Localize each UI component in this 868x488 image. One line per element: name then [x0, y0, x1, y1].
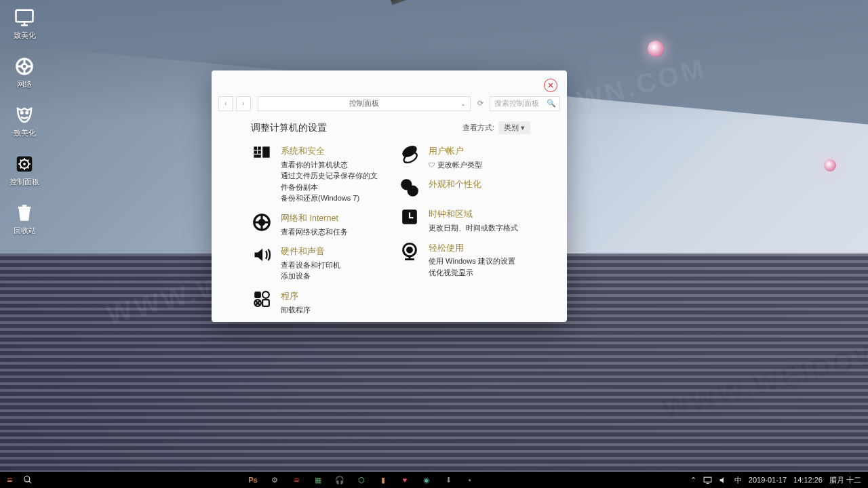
tray-date[interactable]: 2019-01-17: [749, 476, 787, 484]
system-security-icon: [251, 145, 273, 167]
desktop-icons: 致美化 网络 致美化 控制面板 回收站: [5, 7, 43, 236]
desktop-icon-label: 回收站: [14, 226, 36, 236]
taskbar-app-audio[interactable]: 🎧: [335, 475, 344, 485]
gear-icon: [14, 153, 35, 175]
tray-time[interactable]: 14:12:26: [793, 476, 823, 484]
svg-point-29: [262, 291, 269, 298]
category-title[interactable]: 程序: [281, 290, 311, 303]
tray-expand[interactable]: ⌃: [690, 476, 696, 485]
view-mode-select[interactable]: 类别 ▾: [498, 121, 530, 134]
svg-rect-19: [258, 150, 261, 154]
svg-rect-43: [704, 477, 711, 482]
network-icon: [14, 56, 35, 77]
category-title[interactable]: 轻松使用: [429, 242, 515, 255]
svg-rect-30: [262, 300, 269, 306]
taskbar-apps: Ps ⚙ ≋ ▦ 🎧 ⬡ ▮ ♥ ◉ ⬇ ▪: [33, 475, 690, 485]
svg-rect-0: [16, 10, 33, 22]
category-title[interactable]: 时钟和区域: [429, 208, 518, 221]
desktop-icon-network[interactable]: 网络: [5, 56, 43, 89]
tray-network-icon[interactable]: [703, 476, 712, 485]
taskbar-app-files[interactable]: ▦: [313, 475, 323, 485]
control-panel-window: ✕ ‹ › 控制面板 ⌄ ⟳ 搜索控制面板 🔍 调整计算机的设置 查看方式: 类…: [212, 70, 567, 322]
category-link[interactable]: 添加设备: [281, 270, 340, 282]
category-title[interactable]: 外观和个性化: [429, 178, 481, 191]
clock-region-icon: [399, 208, 420, 230]
svg-rect-17: [258, 146, 261, 150]
nav-forward-button[interactable]: ›: [236, 96, 251, 111]
desktop-icon-beautify-alt[interactable]: 致美化: [5, 104, 43, 138]
svg-point-13: [23, 163, 26, 165]
category-link[interactable]: 优化视觉显示: [429, 267, 515, 279]
user-accounts-icon: [399, 145, 420, 167]
search-button[interactable]: [23, 475, 33, 485]
hardware-sound-icon: [251, 245, 273, 267]
view-mode: 查看方式: 类别 ▾: [462, 121, 530, 134]
category-title[interactable]: 用户帐户: [429, 145, 482, 158]
monitor-icon: [14, 7, 35, 28]
svg-point-35: [408, 186, 418, 197]
search-icon: 🔍: [547, 99, 556, 108]
breadcrumb-text: 控制面板: [349, 98, 379, 108]
category-column-right: 用户帐户 🛡更改帐户类型 外观和个性化 时钟和区域 更改日期、时间或数字格式: [399, 145, 530, 315]
search-placeholder: 搜索控制面板: [494, 98, 539, 108]
taskbar-app-notes[interactable]: ▮: [378, 475, 388, 485]
svg-rect-18: [254, 150, 257, 154]
taskbar: ≡ Ps ⚙ ≋ ▦ 🎧 ⬡ ▮ ♥ ◉ ⬇ ▪ ⌃ 中 2019-01-17 …: [0, 472, 868, 488]
taskbar-app-camera[interactable]: ◉: [422, 475, 431, 485]
svg-point-10: [26, 112, 28, 114]
svg-point-41: [24, 476, 30, 482]
category-link[interactable]: 🛡更改帐户类型: [429, 159, 482, 171]
taskbar-app-shield[interactable]: ⬡: [357, 475, 366, 485]
desktop-icon-label: 网络: [17, 79, 32, 89]
tray-lunar: 腊月 十二: [829, 475, 861, 485]
desktop-icon-label: 致美化: [14, 30, 36, 41]
taskbar-app-network[interactable]: ≋: [292, 475, 301, 485]
svg-line-42: [29, 481, 31, 483]
page-heading: 调整计算机的设置: [251, 122, 327, 134]
svg-point-4: [22, 64, 27, 69]
nav-back-button[interactable]: ‹: [218, 96, 233, 111]
desktop-icon-control-panel[interactable]: 控制面板: [5, 153, 43, 187]
programs-icon: [251, 290, 273, 312]
category-link[interactable]: 卸载程序: [281, 304, 311, 316]
category-link[interactable]: 更改日期、时间或数字格式: [429, 222, 518, 234]
desktop-icon-recycle-bin[interactable]: 回收站: [5, 202, 43, 236]
taskbar-app-favorite[interactable]: ♥: [400, 475, 410, 485]
tray-ime[interactable]: 中: [734, 475, 742, 485]
svg-point-38: [408, 247, 412, 252]
tray-volume-icon[interactable]: [719, 476, 728, 485]
category-link[interactable]: 查看设备和打印机: [281, 260, 340, 271]
svg-point-9: [21, 112, 23, 114]
category-column-left: 系统和安全 查看你的计算机状态 通过文件历史记录保存你的文件备份副本 备份和还原…: [251, 145, 382, 315]
category-link[interactable]: 查看网络状态和任务: [281, 226, 348, 238]
network-icon: [251, 212, 273, 234]
category-link[interactable]: 备份和还原(Windows 7): [281, 192, 382, 204]
category-title[interactable]: 硬件和声音: [281, 245, 340, 258]
category-link[interactable]: 查看你的计算机状态: [281, 159, 382, 171]
svg-rect-21: [262, 146, 270, 157]
category-title[interactable]: 网络和 Internet: [281, 212, 348, 225]
category-title[interactable]: 系统和安全: [281, 145, 382, 158]
refresh-button[interactable]: ⟳: [477, 99, 487, 108]
taskbar-app-terminal[interactable]: ▪: [465, 475, 475, 485]
close-button[interactable]: ✕: [544, 79, 557, 92]
desktop-icon-beautify[interactable]: 致美化: [5, 7, 43, 41]
appearance-icon: [399, 178, 420, 200]
shield-icon: 🛡: [429, 161, 435, 169]
svg-rect-28: [254, 291, 261, 298]
mask-icon: [14, 104, 35, 126]
chevron-down-icon: ⌄: [460, 100, 466, 107]
svg-rect-15: [22, 205, 27, 206]
ease-of-access-icon: [399, 242, 420, 264]
svg-point-23: [259, 220, 264, 225]
taskbar-app-settings[interactable]: ⚙: [270, 475, 279, 485]
search-input[interactable]: 搜索控制面板 🔍: [490, 96, 560, 111]
taskbar-app-photoshop[interactable]: Ps: [248, 475, 258, 485]
category-link[interactable]: 使用 Windows 建议的设置: [429, 256, 515, 267]
start-menu-button[interactable]: ≡: [7, 474, 12, 485]
address-bar[interactable]: 控制面板 ⌄: [258, 96, 471, 111]
desktop-icon-label: 致美化: [14, 128, 36, 138]
trash-icon: [14, 202, 35, 224]
taskbar-app-download[interactable]: ⬇: [443, 475, 453, 485]
category-link[interactable]: 通过文件历史记录保存你的文件备份副本: [281, 170, 382, 192]
